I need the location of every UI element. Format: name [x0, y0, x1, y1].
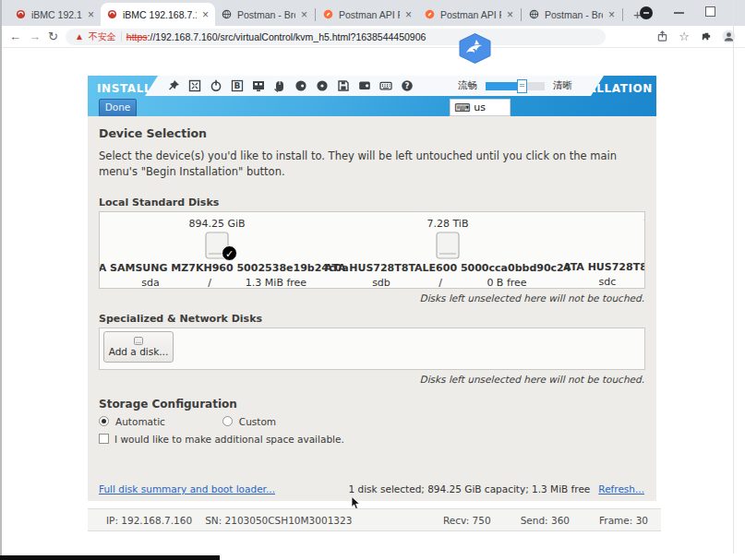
- url-field[interactable]: ▲ 不安全 https://192.168.7.160/src/virtualC…: [66, 29, 606, 45]
- back-icon[interactable]: ←: [9, 30, 21, 43]
- additional-space-checkbox[interactable]: [99, 434, 109, 444]
- status-recv: Recv: 750: [443, 515, 491, 526]
- tab-close-icon[interactable]: ×: [202, 8, 209, 21]
- disk-sdb[interactable]: 7.28 TiB ATA HUS728T8TALE600 5000cca0bbd…: [332, 218, 563, 288]
- selection-summary-group: 1 disk selected; 894.25 GiB capacity; 1.…: [349, 483, 645, 494]
- share-icon[interactable]: [656, 30, 668, 42]
- browser-tab-bar: iBMC 192.168.7.16 × iBMC 192.168.7.16 × …: [0, 0, 745, 26]
- window-maximize-button[interactable]: [705, 6, 715, 17]
- postman-favicon-icon: [425, 9, 435, 19]
- device-selection-title: Device Selection: [99, 126, 645, 140]
- tab-postman-api-1[interactable]: Postman API Platfo ×: [317, 3, 418, 26]
- disk-device: sda: [112, 277, 189, 289]
- tab-title: Postman API Platfo: [440, 9, 501, 20]
- disk-sda[interactable]: 894.25 GiB ✓ ATA SAMSUNG MZ7KH960 500253…: [102, 218, 332, 288]
- tab-postman-browser-1[interactable]: Postman - Browse ×: [215, 3, 314, 26]
- custom-label: Custom: [239, 416, 276, 427]
- disk-selected-check-icon: ✓: [222, 245, 237, 261]
- device-selection-description: Select the device(s) you'd like to insta…: [99, 149, 645, 181]
- installer-footer-row: Full disk summary and boot loader... 1 d…: [99, 483, 644, 494]
- globe-favicon-icon: [529, 9, 539, 19]
- tab-close-icon[interactable]: ×: [608, 8, 615, 21]
- window-minimize-button[interactable]: [674, 12, 684, 14]
- thunder-bird-plugin-icon[interactable]: [458, 33, 492, 64]
- add-disk-button[interactable]: Add a disk...: [103, 331, 174, 363]
- disk-icon: ✓: [205, 232, 229, 259]
- extensions-puzzle-icon[interactable]: [700, 30, 712, 42]
- full-disk-summary-link[interactable]: Full disk summary and boot loader...: [99, 483, 275, 494]
- mouse-cursor-icon: [351, 496, 361, 510]
- automatic-radio[interactable]: [99, 416, 109, 426]
- small-disk-icon: [134, 337, 143, 345]
- disk-sdc-clipped[interactable]: 7 ATA HUS728T8TAL sdc: [563, 218, 645, 288]
- disk-mount: /: [420, 277, 461, 289]
- forward-icon[interactable]: →: [29, 30, 41, 43]
- disk-free: 1.3 MiB free: [230, 277, 322, 289]
- disk-details: sdc: [563, 276, 645, 288]
- power-icon[interactable]: [210, 79, 222, 92]
- refresh-link[interactable]: Refresh...: [598, 483, 644, 494]
- specialized-disks-title: Specialized & Network Disks: [99, 313, 645, 325]
- quality-slider-handle[interactable]: [517, 79, 527, 93]
- add-disk-label: Add a disk...: [109, 346, 169, 357]
- browser-menu-circle-icon[interactable]: [640, 6, 653, 19]
- tab-title: iBMC 192.168.7.16: [31, 9, 82, 20]
- tab-title: iBMC 192.168.7.16: [123, 9, 197, 20]
- mouse-icon[interactable]: [273, 79, 286, 92]
- fullscreen-icon[interactable]: [188, 79, 201, 92]
- keyboard-layout-icon: ⌨: [454, 101, 470, 114]
- url-scheme: https: [126, 31, 148, 42]
- keyboard-layout-indicator[interactable]: ⌨ us: [450, 99, 511, 116]
- quality-slider-fill: [486, 82, 520, 90]
- custom-radio[interactable]: [222, 416, 233, 426]
- tab-ibmc-2-active[interactable]: iBMC 192.168.7.16 ×: [101, 3, 215, 26]
- help-icon[interactable]: ?: [401, 79, 414, 92]
- tab-close-icon[interactable]: ×: [405, 8, 412, 21]
- pin-icon[interactable]: [167, 79, 180, 92]
- disk-icon-clipped-space: [563, 232, 645, 261]
- disk-details: sda / 1.3 MiB free: [112, 277, 322, 289]
- tab-ibmc-1[interactable]: iBMC 192.168.7.16 ×: [9, 3, 101, 26]
- tab-title: Postman - Browse: [237, 9, 295, 20]
- key-b-icon[interactable]: B: [231, 79, 244, 92]
- tab-close-icon[interactable]: ×: [507, 8, 513, 21]
- quality-smooth-label: 流畅: [458, 79, 477, 92]
- disk-mount: /: [189, 277, 230, 289]
- kvm-toolbar: B ? 流畅 清晰: [145, 76, 604, 96]
- installer-header: INSTALLATION DESTINATION INSTALLATION B …: [88, 76, 656, 116]
- automatic-label: Automatic: [115, 416, 165, 427]
- kvm-status-bar: IP: 192.168.7.160 SN: 2103050CSH10M30013…: [88, 508, 661, 531]
- done-button[interactable]: Done: [99, 99, 137, 117]
- url-rest: ://192.168.7.160/src/virtualControl/kvm_…: [148, 31, 427, 42]
- disk-details: sdb / 0 B free: [342, 277, 553, 289]
- status-ip: IP: 192.168.7.160: [106, 515, 192, 526]
- record-icon[interactable]: [294, 79, 307, 92]
- address-bar-actions: ☆: [656, 30, 736, 43]
- ibmc-favicon-icon: [107, 9, 117, 19]
- status-sn: SN: 2103050CSH10M3001323: [205, 515, 352, 526]
- disk-icon: [436, 232, 460, 259]
- tab-close-icon[interactable]: ×: [301, 8, 307, 21]
- window-left-edge: [0, 0, 2, 560]
- disk-free: 0 B free: [461, 277, 553, 289]
- save-icon[interactable]: [337, 79, 350, 92]
- tab-close-icon[interactable]: ×: [88, 8, 94, 21]
- local-disks-title: Local Standard Disks: [99, 197, 645, 209]
- reload-icon[interactable]: ↻: [48, 30, 58, 43]
- disk-device: sdc: [599, 276, 617, 288]
- bookmark-star-icon[interactable]: ☆: [679, 30, 690, 43]
- tab-postman-api-2[interactable]: Postman API Platfo ×: [418, 3, 520, 26]
- disk-size: 894.25 GiB: [188, 218, 245, 230]
- tab-postman-browser-2[interactable]: Postman - Browse ×: [523, 3, 621, 26]
- browser-address-bar: ← → ↻ ▲ 不安全 https://192.168.7.160/src/vi…: [0, 26, 745, 48]
- disk-size: 7: [563, 218, 645, 230]
- monitor-icon[interactable]: [358, 79, 371, 92]
- keyboard-icon[interactable]: [379, 79, 392, 92]
- quality-slider[interactable]: [486, 82, 545, 90]
- installer-content: Device Selection Select the device(s) yo…: [88, 116, 656, 501]
- screen-switch-icon[interactable]: [252, 79, 265, 92]
- storage-radio-row: Automatic Custom: [99, 416, 645, 427]
- globe-favicon-icon: [222, 9, 232, 19]
- disk-name: ATA HUS728T8TALE600 5000cca0bbd90c24: [325, 262, 571, 274]
- disc-icon[interactable]: [316, 79, 329, 92]
